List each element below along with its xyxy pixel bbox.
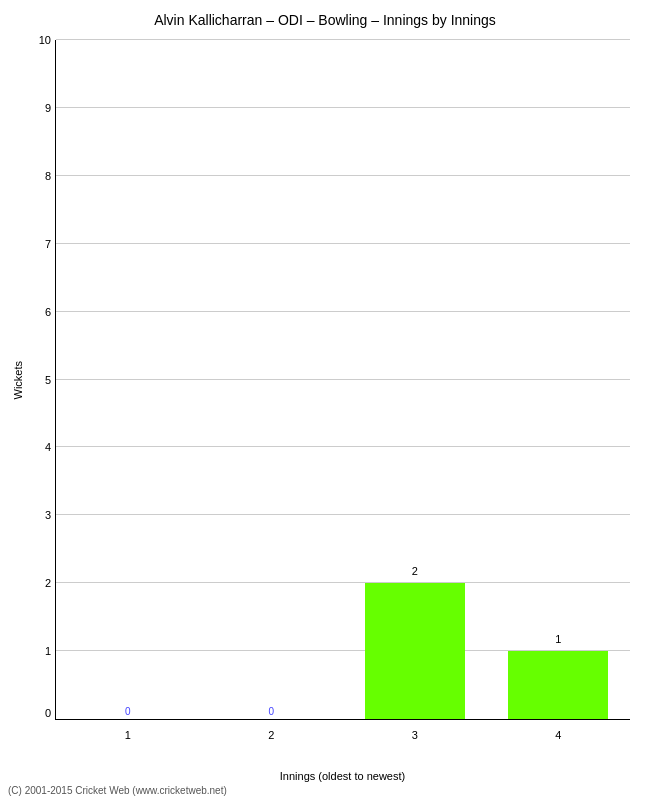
y-label-4: 4 [45,441,51,453]
chart-container: Alvin Kallicharran – ODI – Bowling – Inn… [0,0,650,800]
x-tick-1: 1 [56,729,200,741]
y-axis-title: Wickets [12,40,24,720]
y-label-5: 5 [45,374,51,386]
y-label-2: 2 [45,577,51,589]
y-label-1: 1 [45,645,51,657]
bar-4 [508,651,608,719]
bar-top-label-3: 2 [412,565,418,577]
x-tick-4: 4 [487,729,631,741]
y-label-0: 0 [45,707,51,719]
bar-group-2: 0 2 [200,40,344,719]
x-axis-title: Innings (oldest to newest) [55,770,630,782]
chart-inner: 10 9 8 7 6 5 4 [55,40,630,720]
bar-wrapper-3: 2 [365,583,465,719]
y-label-8: 8 [45,170,51,182]
chart-title: Alvin Kallicharran – ODI – Bowling – Inn… [0,0,650,32]
y-label-7: 7 [45,238,51,250]
x-tick-3: 3 [343,729,487,741]
y-label-3: 3 [45,509,51,521]
y-label-9: 9 [45,102,51,114]
bar-group-3: 2 3 [343,40,487,719]
bar-wrapper-4: 1 [508,651,608,719]
bar-zero-label-1: 0 [125,706,131,717]
bar-3 [365,583,465,719]
y-label-10: 10 [39,34,51,46]
bars-wrapper: 0 1 0 2 2 3 [56,40,630,719]
bar-top-label-4: 1 [555,633,561,645]
bar-zero-label-2: 0 [268,706,274,717]
bar-group-4: 1 4 [487,40,631,719]
bar-group-1: 0 1 [56,40,200,719]
x-tick-2: 2 [200,729,344,741]
chart-area: 10 9 8 7 6 5 4 [55,40,630,720]
copyright: (C) 2001-2015 Cricket Web (www.cricketwe… [8,785,227,796]
y-label-6: 6 [45,306,51,318]
